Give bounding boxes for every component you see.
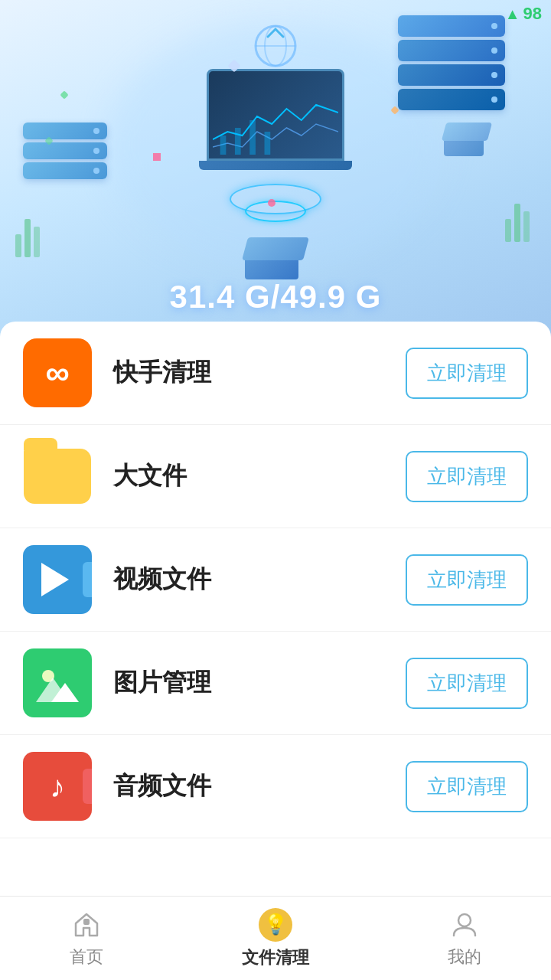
list-item-large-files: 大文件 立即清理 bbox=[0, 425, 551, 528]
audio-files-title: 音频文件 bbox=[113, 769, 406, 803]
audio-files-clean-button[interactable]: 立即清理 bbox=[406, 761, 528, 812]
glow-ring-inner bbox=[245, 201, 306, 222]
status-bar: ▲ 98 bbox=[459, 0, 551, 28]
folder-icon bbox=[23, 442, 92, 511]
kuaishou-symbol: ∞ bbox=[45, 354, 69, 392]
server-stack-right bbox=[398, 15, 505, 100]
folder-shape bbox=[24, 449, 91, 504]
svg-rect-7 bbox=[15, 234, 21, 257]
main-content-card: ∞ 快手清理 立即清理 大文件 立即清理 视频文件 立即清理 图片管理 立即清理 bbox=[0, 322, 551, 949]
photo-icon bbox=[23, 648, 92, 717]
svg-point-17 bbox=[458, 914, 471, 926]
home-icon-svg bbox=[73, 911, 100, 939]
audio-icon: ♪ bbox=[23, 752, 92, 821]
bulb-icon: 💡 bbox=[259, 908, 292, 942]
mountain-svg bbox=[36, 664, 79, 702]
wifi-icon: ▲ bbox=[505, 5, 520, 23]
svg-rect-9 bbox=[34, 227, 40, 257]
svg-rect-0 bbox=[220, 136, 227, 155]
svg-rect-2 bbox=[249, 120, 256, 155]
mine-nav-label: 我的 bbox=[448, 946, 481, 969]
video-icon bbox=[23, 545, 92, 614]
person-icon-svg bbox=[451, 911, 478, 939]
svg-rect-11 bbox=[514, 204, 520, 242]
video-files-title: 视频文件 bbox=[113, 563, 406, 596]
svg-rect-1 bbox=[235, 128, 241, 155]
cube-small-right bbox=[444, 122, 490, 161]
play-triangle-icon bbox=[41, 563, 69, 596]
kuaishou-clean-button[interactable]: 立即清理 bbox=[406, 348, 528, 399]
kuaishou-icon: ∞ bbox=[23, 338, 92, 407]
server-stack-left bbox=[23, 122, 107, 191]
storage-display: 31.4 G/49.9 G bbox=[170, 279, 382, 315]
photo-mgmt-clean-button[interactable]: 立即清理 bbox=[406, 658, 528, 709]
hero-section: ▲ 98 bbox=[0, 0, 551, 337]
svg-rect-8 bbox=[24, 219, 31, 257]
cube-bottom bbox=[245, 237, 306, 276]
photo-mgmt-title: 图片管理 bbox=[113, 666, 406, 700]
connection-dot bbox=[153, 153, 161, 161]
svg-rect-12 bbox=[523, 211, 530, 242]
nav-item-file-clean[interactable]: 💡 文件清理 bbox=[211, 902, 340, 975]
list-item-kuaishou: ∞ 快手清理 立即清理 bbox=[0, 322, 551, 425]
connection-dot bbox=[268, 199, 276, 207]
audio-notch bbox=[83, 769, 92, 804]
list-item-video-files: 视频文件 立即清理 bbox=[0, 528, 551, 632]
video-files-clean-button[interactable]: 立即清理 bbox=[406, 554, 528, 606]
globe-icon bbox=[253, 23, 298, 69]
bottom-navigation: 首页 💡 文件清理 我的 bbox=[0, 896, 551, 980]
svg-rect-16 bbox=[83, 919, 90, 925]
bulb-symbol: 💡 bbox=[263, 913, 288, 936]
kuaishou-title: 快手清理 bbox=[113, 356, 406, 390]
nav-item-mine[interactable]: 我的 bbox=[417, 903, 512, 975]
svg-rect-3 bbox=[265, 132, 271, 155]
particle bbox=[60, 90, 68, 99]
large-files-title: 大文件 bbox=[113, 459, 406, 493]
data-bars-right bbox=[505, 188, 536, 245]
nav-item-home[interactable]: 首页 bbox=[39, 903, 134, 975]
video-notch bbox=[83, 562, 92, 597]
list-item-audio-files: ♪ 音频文件 立即清理 bbox=[0, 735, 551, 838]
music-note-icon: ♪ bbox=[50, 769, 65, 804]
large-files-clean-button[interactable]: 立即清理 bbox=[406, 451, 528, 502]
list-item-photo-mgmt: 图片管理 立即清理 bbox=[0, 632, 551, 735]
home-nav-icon bbox=[70, 909, 103, 941]
laptop-illustration bbox=[207, 69, 344, 170]
data-bars-left bbox=[15, 196, 46, 260]
home-nav-label: 首页 bbox=[70, 946, 103, 969]
file-clean-nav-label: 文件清理 bbox=[242, 946, 309, 969]
svg-rect-10 bbox=[505, 219, 511, 242]
mine-nav-icon bbox=[448, 909, 481, 941]
battery-indicator: 98 bbox=[523, 4, 542, 24]
